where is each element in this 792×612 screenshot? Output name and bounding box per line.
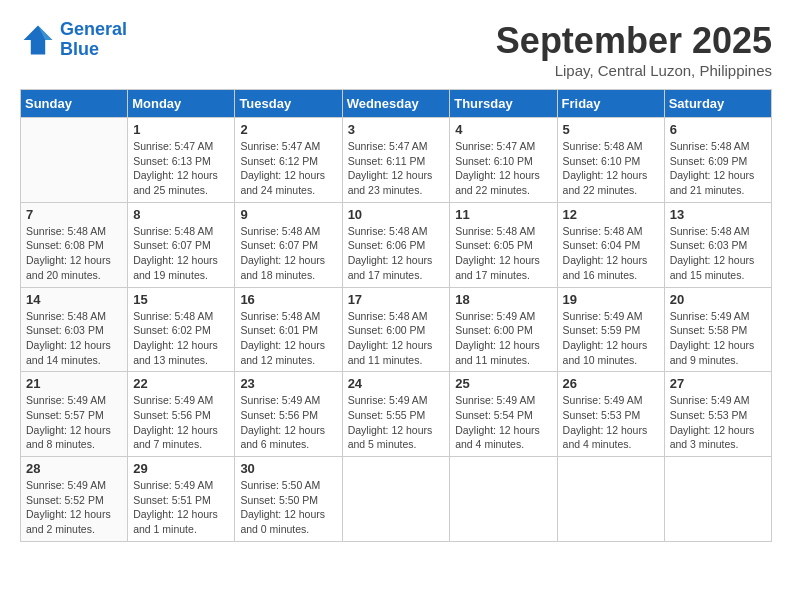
- day-number: 10: [348, 207, 445, 222]
- calendar-cell: 19Sunrise: 5:49 AM Sunset: 5:59 PM Dayli…: [557, 287, 664, 372]
- calendar-cell: 5Sunrise: 5:48 AM Sunset: 6:10 PM Daylig…: [557, 118, 664, 203]
- day-info: Sunrise: 5:47 AM Sunset: 6:10 PM Dayligh…: [455, 139, 551, 198]
- calendar-week-row: 1Sunrise: 5:47 AM Sunset: 6:13 PM Daylig…: [21, 118, 772, 203]
- title-area: September 2025 Lipay, Central Luzon, Phi…: [496, 20, 772, 79]
- calendar-cell: [664, 457, 771, 542]
- day-info: Sunrise: 5:49 AM Sunset: 5:52 PM Dayligh…: [26, 478, 122, 537]
- day-number: 8: [133, 207, 229, 222]
- header-thursday: Thursday: [450, 90, 557, 118]
- day-info: Sunrise: 5:48 AM Sunset: 6:02 PM Dayligh…: [133, 309, 229, 368]
- calendar-cell: 25Sunrise: 5:49 AM Sunset: 5:54 PM Dayli…: [450, 372, 557, 457]
- day-number: 30: [240, 461, 336, 476]
- logo-icon: [20, 22, 56, 58]
- day-info: Sunrise: 5:47 AM Sunset: 6:12 PM Dayligh…: [240, 139, 336, 198]
- weekday-header-row: Sunday Monday Tuesday Wednesday Thursday…: [21, 90, 772, 118]
- calendar-cell: 30Sunrise: 5:50 AM Sunset: 5:50 PM Dayli…: [235, 457, 342, 542]
- day-number: 21: [26, 376, 122, 391]
- day-number: 14: [26, 292, 122, 307]
- day-number: 2: [240, 122, 336, 137]
- day-info: Sunrise: 5:49 AM Sunset: 5:51 PM Dayligh…: [133, 478, 229, 537]
- day-number: 22: [133, 376, 229, 391]
- day-number: 23: [240, 376, 336, 391]
- day-info: Sunrise: 5:49 AM Sunset: 5:53 PM Dayligh…: [670, 393, 766, 452]
- day-info: Sunrise: 5:48 AM Sunset: 6:05 PM Dayligh…: [455, 224, 551, 283]
- day-info: Sunrise: 5:48 AM Sunset: 6:10 PM Dayligh…: [563, 139, 659, 198]
- calendar-cell: 6Sunrise: 5:48 AM Sunset: 6:09 PM Daylig…: [664, 118, 771, 203]
- calendar-cell: 29Sunrise: 5:49 AM Sunset: 5:51 PM Dayli…: [128, 457, 235, 542]
- header-friday: Friday: [557, 90, 664, 118]
- header-sunday: Sunday: [21, 90, 128, 118]
- header: General Blue September 2025 Lipay, Centr…: [20, 20, 772, 79]
- day-number: 6: [670, 122, 766, 137]
- day-info: Sunrise: 5:50 AM Sunset: 5:50 PM Dayligh…: [240, 478, 336, 537]
- calendar-cell: 7Sunrise: 5:48 AM Sunset: 6:08 PM Daylig…: [21, 202, 128, 287]
- calendar-cell: 2Sunrise: 5:47 AM Sunset: 6:12 PM Daylig…: [235, 118, 342, 203]
- location: Lipay, Central Luzon, Philippines: [496, 62, 772, 79]
- day-info: Sunrise: 5:48 AM Sunset: 6:06 PM Dayligh…: [348, 224, 445, 283]
- calendar-cell: 8Sunrise: 5:48 AM Sunset: 6:07 PM Daylig…: [128, 202, 235, 287]
- day-info: Sunrise: 5:48 AM Sunset: 6:03 PM Dayligh…: [26, 309, 122, 368]
- calendar-cell: [342, 457, 450, 542]
- day-number: 27: [670, 376, 766, 391]
- calendar-week-row: 28Sunrise: 5:49 AM Sunset: 5:52 PM Dayli…: [21, 457, 772, 542]
- day-number: 17: [348, 292, 445, 307]
- day-number: 20: [670, 292, 766, 307]
- calendar-cell: 26Sunrise: 5:49 AM Sunset: 5:53 PM Dayli…: [557, 372, 664, 457]
- day-info: Sunrise: 5:48 AM Sunset: 6:09 PM Dayligh…: [670, 139, 766, 198]
- day-number: 7: [26, 207, 122, 222]
- day-info: Sunrise: 5:49 AM Sunset: 5:55 PM Dayligh…: [348, 393, 445, 452]
- day-info: Sunrise: 5:48 AM Sunset: 6:03 PM Dayligh…: [670, 224, 766, 283]
- calendar-cell: 9Sunrise: 5:48 AM Sunset: 6:07 PM Daylig…: [235, 202, 342, 287]
- day-number: 5: [563, 122, 659, 137]
- calendar-cell: 3Sunrise: 5:47 AM Sunset: 6:11 PM Daylig…: [342, 118, 450, 203]
- calendar-cell: 15Sunrise: 5:48 AM Sunset: 6:02 PM Dayli…: [128, 287, 235, 372]
- logo: General Blue: [20, 20, 127, 60]
- day-number: 1: [133, 122, 229, 137]
- calendar-cell: 16Sunrise: 5:48 AM Sunset: 6:01 PM Dayli…: [235, 287, 342, 372]
- calendar-cell: 1Sunrise: 5:47 AM Sunset: 6:13 PM Daylig…: [128, 118, 235, 203]
- calendar-cell: 18Sunrise: 5:49 AM Sunset: 6:00 PM Dayli…: [450, 287, 557, 372]
- day-info: Sunrise: 5:49 AM Sunset: 6:00 PM Dayligh…: [455, 309, 551, 368]
- calendar-week-row: 21Sunrise: 5:49 AM Sunset: 5:57 PM Dayli…: [21, 372, 772, 457]
- day-number: 24: [348, 376, 445, 391]
- calendar-cell: 12Sunrise: 5:48 AM Sunset: 6:04 PM Dayli…: [557, 202, 664, 287]
- header-saturday: Saturday: [664, 90, 771, 118]
- day-info: Sunrise: 5:47 AM Sunset: 6:13 PM Dayligh…: [133, 139, 229, 198]
- day-info: Sunrise: 5:49 AM Sunset: 5:59 PM Dayligh…: [563, 309, 659, 368]
- day-number: 26: [563, 376, 659, 391]
- calendar-cell: 17Sunrise: 5:48 AM Sunset: 6:00 PM Dayli…: [342, 287, 450, 372]
- calendar-cell: 27Sunrise: 5:49 AM Sunset: 5:53 PM Dayli…: [664, 372, 771, 457]
- day-number: 3: [348, 122, 445, 137]
- calendar-cell: [557, 457, 664, 542]
- calendar-cell: [21, 118, 128, 203]
- logo-text: General Blue: [60, 20, 127, 60]
- day-number: 25: [455, 376, 551, 391]
- calendar-body: 1Sunrise: 5:47 AM Sunset: 6:13 PM Daylig…: [21, 118, 772, 542]
- calendar-cell: 22Sunrise: 5:49 AM Sunset: 5:56 PM Dayli…: [128, 372, 235, 457]
- day-info: Sunrise: 5:48 AM Sunset: 6:00 PM Dayligh…: [348, 309, 445, 368]
- day-number: 13: [670, 207, 766, 222]
- calendar-cell: 28Sunrise: 5:49 AM Sunset: 5:52 PM Dayli…: [21, 457, 128, 542]
- calendar-cell: [450, 457, 557, 542]
- header-wednesday: Wednesday: [342, 90, 450, 118]
- header-monday: Monday: [128, 90, 235, 118]
- calendar-week-row: 14Sunrise: 5:48 AM Sunset: 6:03 PM Dayli…: [21, 287, 772, 372]
- day-number: 15: [133, 292, 229, 307]
- day-info: Sunrise: 5:49 AM Sunset: 5:53 PM Dayligh…: [563, 393, 659, 452]
- day-number: 18: [455, 292, 551, 307]
- calendar-cell: 4Sunrise: 5:47 AM Sunset: 6:10 PM Daylig…: [450, 118, 557, 203]
- day-number: 9: [240, 207, 336, 222]
- day-number: 29: [133, 461, 229, 476]
- day-number: 16: [240, 292, 336, 307]
- day-info: Sunrise: 5:49 AM Sunset: 5:54 PM Dayligh…: [455, 393, 551, 452]
- day-info: Sunrise: 5:48 AM Sunset: 6:04 PM Dayligh…: [563, 224, 659, 283]
- calendar-cell: 14Sunrise: 5:48 AM Sunset: 6:03 PM Dayli…: [21, 287, 128, 372]
- calendar-cell: 10Sunrise: 5:48 AM Sunset: 6:06 PM Dayli…: [342, 202, 450, 287]
- day-info: Sunrise: 5:49 AM Sunset: 5:57 PM Dayligh…: [26, 393, 122, 452]
- day-info: Sunrise: 5:49 AM Sunset: 5:58 PM Dayligh…: [670, 309, 766, 368]
- header-tuesday: Tuesday: [235, 90, 342, 118]
- day-number: 28: [26, 461, 122, 476]
- calendar-cell: 24Sunrise: 5:49 AM Sunset: 5:55 PM Dayli…: [342, 372, 450, 457]
- calendar-cell: 21Sunrise: 5:49 AM Sunset: 5:57 PM Dayli…: [21, 372, 128, 457]
- day-info: Sunrise: 5:47 AM Sunset: 6:11 PM Dayligh…: [348, 139, 445, 198]
